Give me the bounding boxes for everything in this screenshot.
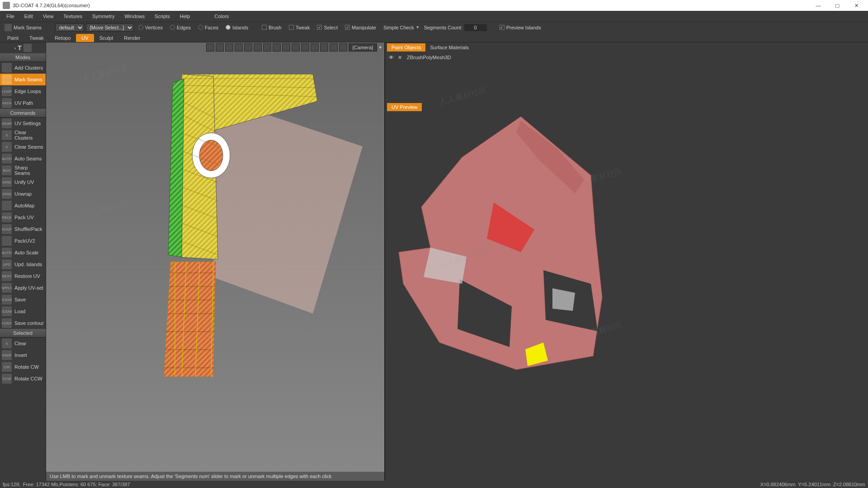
uv-island-mesh <box>385 89 652 379</box>
tool-restore-uv[interactable]: RESTRestore UV <box>0 270 46 282</box>
tool-label: Rotate CCW <box>14 376 42 381</box>
tool-label: Pack UV <box>14 215 34 220</box>
x-icon: X <box>2 338 12 348</box>
tool-uv-path[interactable]: PATHUV Path <box>0 97 46 109</box>
tweak-check[interactable]: Tweak <box>286 25 313 30</box>
commands-header: Commands <box>0 109 46 117</box>
viewport-3d[interactable]: [Camera] ▼ <box>46 42 385 481</box>
menu-textures[interactable]: Textures <box>59 12 87 20</box>
svg-point-11 <box>199 140 223 171</box>
tool-label: Edge Loops <box>14 89 41 94</box>
tab-surface-materials[interactable]: Surface Materials <box>425 43 473 52</box>
tool-label: Clear <box>14 341 26 346</box>
tool-save-contour[interactable]: CONTSave contour <box>0 317 46 329</box>
sidebar-tool-icon[interactable] <box>24 44 32 52</box>
rest-icon: REST <box>2 271 12 281</box>
svg-marker-12 <box>164 262 216 377</box>
tool-rotate-cw[interactable]: CWRotate CW <box>0 361 46 373</box>
islands-radio[interactable]: Islands <box>223 25 251 30</box>
close-button[interactable]: ✕ <box>847 1 865 10</box>
grid-icon: GRID <box>2 189 12 199</box>
eye-icon[interactable]: 👁 <box>389 55 394 60</box>
menu-windows[interactable]: Windows <box>120 12 149 20</box>
cluster-icon <box>2 63 12 73</box>
menu-file[interactable]: File <box>2 12 19 20</box>
close-object-icon[interactable]: ✕ <box>398 55 403 60</box>
tool-clear-clusters[interactable]: XClear Clusters <box>0 129 46 141</box>
tool-apply-uv-set[interactable]: APPLYApply UV-set <box>0 282 46 294</box>
tool-label: Unwrap <box>14 191 32 197</box>
tab-uv[interactable]: UV <box>76 34 94 42</box>
viewports: [Camera] ▼ <box>46 42 868 481</box>
tool-unwrap[interactable]: GRIDUnwrap <box>0 188 46 200</box>
tool-unify-uv[interactable]: GRIDUnify UV <box>0 176 46 188</box>
move-select-dropdown[interactable]: [Move Select...] <box>86 23 134 32</box>
mode-tabs: Paint Tweak Retopo UV Sculpt Render <box>0 33 868 42</box>
edges-radio[interactable]: Edges <box>167 25 193 30</box>
tool-pack-uv[interactable]: PACKPack UV <box>0 211 46 223</box>
tool-sharp-seams[interactable]: BOXSharp Seams <box>0 164 46 176</box>
tab-retopo[interactable]: Retopo <box>49 34 76 42</box>
brush-check[interactable]: Brush <box>259 25 284 30</box>
minimize-button[interactable]: — <box>809 1 827 10</box>
tool-label: Apply UV-set <box>14 285 43 291</box>
tool-upd-islands[interactable]: UPDUpd. Islands <box>0 258 46 270</box>
tool-auto-seams[interactable]: AUTOAuto Seams <box>0 153 46 164</box>
tool-label: Invert <box>14 352 27 358</box>
manipulate-check[interactable]: ✓Manipulate <box>342 25 379 30</box>
segments-input[interactable]: 0 <box>464 24 487 31</box>
tab-sculpt[interactable]: Sculpt <box>94 34 119 42</box>
tool-invert[interactable]: INVERTInvert <box>0 349 46 361</box>
menu-edit[interactable]: Edit <box>20 12 38 20</box>
tool-label: Clear Seams <box>14 144 43 150</box>
menu-colors[interactable]: Colors <box>210 12 233 20</box>
vertices-radio[interactable]: Vertices <box>136 25 165 30</box>
tool-label: AutoMap <box>14 203 34 208</box>
tab-tweak[interactable]: Tweak <box>24 34 49 42</box>
tab-paint[interactable]: Paint <box>2 34 24 42</box>
tool-clear-seams[interactable]: XClear Seams <box>0 141 46 153</box>
faces-radio[interactable]: Faces <box>195 25 221 30</box>
tool-add-clusters[interactable]: Add Clusters <box>0 62 46 74</box>
tool-edge-loops[interactable]: LOOPEdge Loops <box>0 85 46 97</box>
tool-mark-seams[interactable]: SEAMMark Seams <box>0 74 46 85</box>
tab-render[interactable]: Render <box>118 34 146 42</box>
AUTO-icon: AUTO <box>2 154 12 164</box>
preview-islands-check[interactable]: ✓Preview Islands <box>497 25 544 30</box>
menu-help[interactable]: Help <box>175 12 195 20</box>
options-bar: Mark Seams default [Move Select...] Vert… <box>0 22 868 33</box>
tool-auto-scale[interactable]: AUTOAuto Scale <box>0 247 46 258</box>
tool-save[interactable]: SCENESave <box>0 294 46 305</box>
preset-dropdown[interactable]: default <box>55 23 84 32</box>
tool-label: Mark Seams <box>14 77 42 82</box>
uv-preview-viewport[interactable]: UV Preview <box>385 62 868 481</box>
simple-check[interactable]: Simple Check▼ <box>381 25 422 30</box>
tool-automap[interactable]: AutoMap <box>0 200 46 211</box>
tool-load[interactable]: SCENELoad <box>0 305 46 317</box>
tool-label: Rotate CW <box>14 364 39 370</box>
tool-shuffle-pack[interactable]: SHUFShuffle/Pack <box>0 223 46 235</box>
text-tool-icon[interactable]: T <box>18 44 22 52</box>
select-check[interactable]: ✓Select <box>314 25 340 30</box>
grid-icon: GRID <box>2 177 12 187</box>
shuf-icon: SHUF <box>2 224 12 234</box>
tab-paint-objects[interactable]: Paint Objects <box>387 43 425 52</box>
maximize-button[interactable]: ▢ <box>828 1 846 10</box>
menu-symmetry[interactable]: Symmetry <box>88 12 119 20</box>
status-coord-x: X=0.882406mm <box>760 482 796 487</box>
status-face: Face: 387/387 <box>98 482 130 487</box>
gear-icon: GEAR <box>2 118 12 128</box>
tool-rotate-ccw[interactable]: CCWRotate CCW <box>0 373 46 385</box>
menu-scripts[interactable]: Scripts <box>150 12 175 20</box>
tool-packuv2[interactable]: PackUV2 <box>0 235 46 247</box>
tool-clear[interactable]: XClear <box>0 338 46 349</box>
cw-icon: CW <box>2 362 12 372</box>
modes-header: Modes <box>0 53 46 62</box>
tool-uv-settings[interactable]: GEARUV Settings <box>0 117 46 129</box>
arrow-icon[interactable]: ◂ <box>14 46 16 50</box>
titlebar: 3D-COAT 4.7.24(GL64)(consumer) — ▢ ✕ <box>0 0 868 11</box>
object-list-row[interactable]: 👁 ✕ ZBrushPolyMesh3D <box>385 52 868 62</box>
svg-marker-9 <box>168 79 184 257</box>
tool-label: Save contour <box>14 320 44 326</box>
menu-view[interactable]: View <box>38 12 58 20</box>
